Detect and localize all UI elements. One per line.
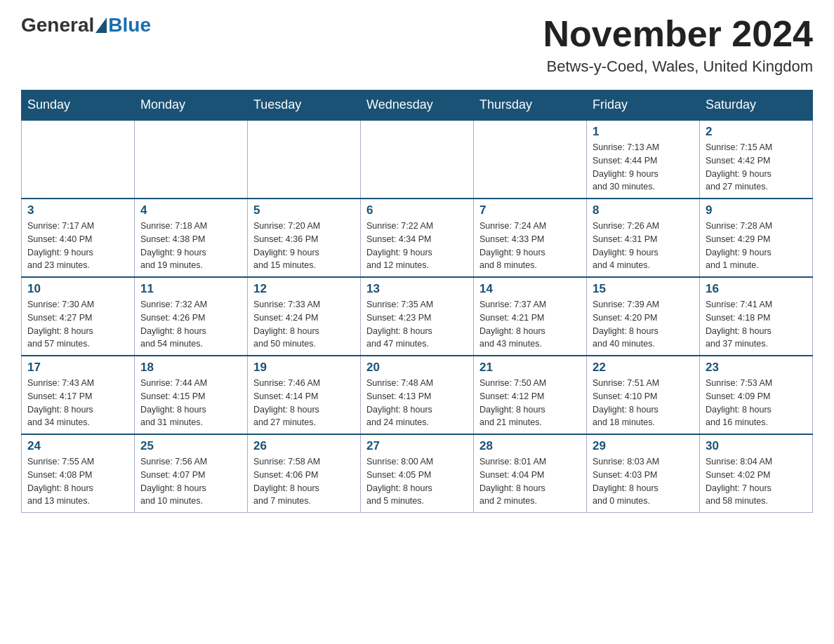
day-number: 3 [27, 203, 128, 217]
column-header-wednesday: Wednesday [361, 90, 474, 121]
calendar-cell: 11Sunrise: 7:32 AM Sunset: 4:26 PM Dayli… [135, 277, 248, 356]
sun-info: Sunrise: 7:41 AM Sunset: 4:18 PM Dayligh… [706, 298, 807, 351]
sun-info: Sunrise: 7:44 AM Sunset: 4:15 PM Dayligh… [140, 377, 241, 429]
calendar-cell: 7Sunrise: 7:24 AM Sunset: 4:33 PM Daylig… [474, 199, 587, 277]
sun-info: Sunrise: 7:26 AM Sunset: 4:31 PM Dayligh… [593, 220, 694, 272]
logo-general-text: General [21, 14, 94, 36]
day-number: 8 [593, 203, 694, 217]
sun-info: Sunrise: 7:55 AM Sunset: 4:08 PM Dayligh… [27, 455, 128, 508]
calendar-cell: 19Sunrise: 7:46 AM Sunset: 4:14 PM Dayli… [248, 356, 361, 434]
location-subtitle: Betws-y-Coed, Wales, United Kingdom [543, 58, 813, 76]
day-number: 4 [140, 203, 241, 217]
calendar-cell: 1Sunrise: 7:13 AM Sunset: 4:44 PM Daylig… [587, 120, 700, 199]
day-number: 14 [479, 282, 581, 296]
month-title: November 2024 [543, 14, 813, 54]
column-header-sunday: Sunday [22, 90, 135, 121]
calendar-cell: 20Sunrise: 7:48 AM Sunset: 4:13 PM Dayli… [361, 356, 474, 434]
sun-info: Sunrise: 7:18 AM Sunset: 4:38 PM Dayligh… [140, 220, 241, 272]
calendar-cell [248, 120, 361, 199]
calendar-cell: 30Sunrise: 8:04 AM Sunset: 4:02 PM Dayli… [700, 434, 813, 513]
day-number: 28 [479, 439, 581, 453]
sun-info: Sunrise: 7:48 AM Sunset: 4:13 PM Dayligh… [366, 377, 468, 429]
sun-info: Sunrise: 7:43 AM Sunset: 4:17 PM Dayligh… [27, 377, 128, 429]
sun-info: Sunrise: 7:46 AM Sunset: 4:14 PM Dayligh… [253, 377, 355, 429]
sun-info: Sunrise: 8:03 AM Sunset: 4:03 PM Dayligh… [593, 455, 694, 508]
day-number: 13 [366, 282, 468, 296]
calendar-cell: 3Sunrise: 7:17 AM Sunset: 4:40 PM Daylig… [22, 199, 135, 277]
calendar-cell: 22Sunrise: 7:51 AM Sunset: 4:10 PM Dayli… [587, 356, 700, 434]
week-row-2: 3Sunrise: 7:17 AM Sunset: 4:40 PM Daylig… [22, 199, 813, 277]
sun-info: Sunrise: 8:04 AM Sunset: 4:02 PM Dayligh… [706, 455, 807, 508]
day-number: 9 [706, 203, 807, 217]
calendar-cell: 8Sunrise: 7:26 AM Sunset: 4:31 PM Daylig… [587, 199, 700, 277]
day-number: 19 [253, 361, 355, 375]
day-number: 12 [253, 282, 355, 296]
calendar-cell: 18Sunrise: 7:44 AM Sunset: 4:15 PM Dayli… [135, 356, 248, 434]
calendar-cell: 26Sunrise: 7:58 AM Sunset: 4:06 PM Dayli… [248, 434, 361, 513]
sun-info: Sunrise: 7:50 AM Sunset: 4:12 PM Dayligh… [479, 377, 581, 429]
column-header-monday: Monday [135, 90, 248, 121]
calendar-cell: 6Sunrise: 7:22 AM Sunset: 4:34 PM Daylig… [361, 199, 474, 277]
calendar-cell [474, 120, 587, 199]
calendar-cell: 4Sunrise: 7:18 AM Sunset: 4:38 PM Daylig… [135, 199, 248, 277]
sun-info: Sunrise: 7:37 AM Sunset: 4:21 PM Dayligh… [479, 298, 581, 351]
day-number: 2 [706, 125, 807, 139]
sun-info: Sunrise: 7:51 AM Sunset: 4:10 PM Dayligh… [593, 377, 694, 429]
sun-info: Sunrise: 7:17 AM Sunset: 4:40 PM Dayligh… [27, 220, 128, 272]
calendar-cell: 23Sunrise: 7:53 AM Sunset: 4:09 PM Dayli… [700, 356, 813, 434]
calendar-cell: 25Sunrise: 7:56 AM Sunset: 4:07 PM Dayli… [135, 434, 248, 513]
calendar-cell: 5Sunrise: 7:20 AM Sunset: 4:36 PM Daylig… [248, 199, 361, 277]
calendar-cell: 12Sunrise: 7:33 AM Sunset: 4:24 PM Dayli… [248, 277, 361, 356]
calendar-cell [361, 120, 474, 199]
calendar-cell: 15Sunrise: 7:39 AM Sunset: 4:20 PM Dayli… [587, 277, 700, 356]
sun-info: Sunrise: 7:39 AM Sunset: 4:20 PM Dayligh… [593, 298, 694, 351]
calendar-cell: 29Sunrise: 8:03 AM Sunset: 4:03 PM Dayli… [587, 434, 700, 513]
sun-info: Sunrise: 7:53 AM Sunset: 4:09 PM Dayligh… [706, 377, 807, 429]
column-header-saturday: Saturday [700, 90, 813, 121]
sun-info: Sunrise: 7:24 AM Sunset: 4:33 PM Dayligh… [479, 220, 581, 272]
day-number: 24 [27, 439, 128, 453]
day-number: 18 [140, 361, 241, 375]
calendar-cell: 24Sunrise: 7:55 AM Sunset: 4:08 PM Dayli… [22, 434, 135, 513]
calendar-cell: 9Sunrise: 7:28 AM Sunset: 4:29 PM Daylig… [700, 199, 813, 277]
sun-info: Sunrise: 8:00 AM Sunset: 4:05 PM Dayligh… [366, 455, 468, 508]
day-number: 17 [27, 361, 128, 375]
sun-info: Sunrise: 7:30 AM Sunset: 4:27 PM Dayligh… [27, 298, 128, 351]
calendar-header-row: SundayMondayTuesdayWednesdayThursdayFrid… [22, 90, 813, 121]
day-number: 30 [706, 439, 807, 453]
week-row-1: 1Sunrise: 7:13 AM Sunset: 4:44 PM Daylig… [22, 120, 813, 199]
calendar-cell: 28Sunrise: 8:01 AM Sunset: 4:04 PM Dayli… [474, 434, 587, 513]
day-number: 11 [140, 282, 241, 296]
day-number: 1 [593, 125, 694, 139]
calendar-cell [135, 120, 248, 199]
sun-info: Sunrise: 7:58 AM Sunset: 4:06 PM Dayligh… [253, 455, 355, 508]
page-header: General Blue November 2024 Betws-y-Coed,… [21, 14, 813, 76]
day-number: 5 [253, 203, 355, 217]
sun-info: Sunrise: 7:13 AM Sunset: 4:44 PM Dayligh… [593, 141, 694, 194]
day-number: 16 [706, 282, 807, 296]
day-number: 21 [479, 361, 581, 375]
day-number: 22 [593, 361, 694, 375]
sun-info: Sunrise: 7:15 AM Sunset: 4:42 PM Dayligh… [706, 141, 807, 194]
sun-info: Sunrise: 7:22 AM Sunset: 4:34 PM Dayligh… [366, 220, 468, 272]
sun-info: Sunrise: 7:56 AM Sunset: 4:07 PM Dayligh… [140, 455, 241, 508]
calendar-cell: 13Sunrise: 7:35 AM Sunset: 4:23 PM Dayli… [361, 277, 474, 356]
week-row-3: 10Sunrise: 7:30 AM Sunset: 4:27 PM Dayli… [22, 277, 813, 356]
sun-info: Sunrise: 7:35 AM Sunset: 4:23 PM Dayligh… [366, 298, 468, 351]
sun-info: Sunrise: 7:33 AM Sunset: 4:24 PM Dayligh… [253, 298, 355, 351]
column-header-thursday: Thursday [474, 90, 587, 121]
day-number: 27 [366, 439, 468, 453]
day-number: 20 [366, 361, 468, 375]
day-number: 6 [366, 203, 468, 217]
title-area: November 2024 Betws-y-Coed, Wales, Unite… [543, 14, 813, 76]
logo-triangle-icon [95, 18, 107, 33]
sun-info: Sunrise: 7:32 AM Sunset: 4:26 PM Dayligh… [140, 298, 241, 351]
calendar-cell: 10Sunrise: 7:30 AM Sunset: 4:27 PM Dayli… [22, 277, 135, 356]
day-number: 25 [140, 439, 241, 453]
sun-info: Sunrise: 7:20 AM Sunset: 4:36 PM Dayligh… [253, 220, 355, 272]
calendar-cell: 17Sunrise: 7:43 AM Sunset: 4:17 PM Dayli… [22, 356, 135, 434]
calendar-cell: 27Sunrise: 8:00 AM Sunset: 4:05 PM Dayli… [361, 434, 474, 513]
calendar-cell [22, 120, 135, 199]
calendar-cell: 2Sunrise: 7:15 AM Sunset: 4:42 PM Daylig… [700, 120, 813, 199]
week-row-5: 24Sunrise: 7:55 AM Sunset: 4:08 PM Dayli… [22, 434, 813, 513]
